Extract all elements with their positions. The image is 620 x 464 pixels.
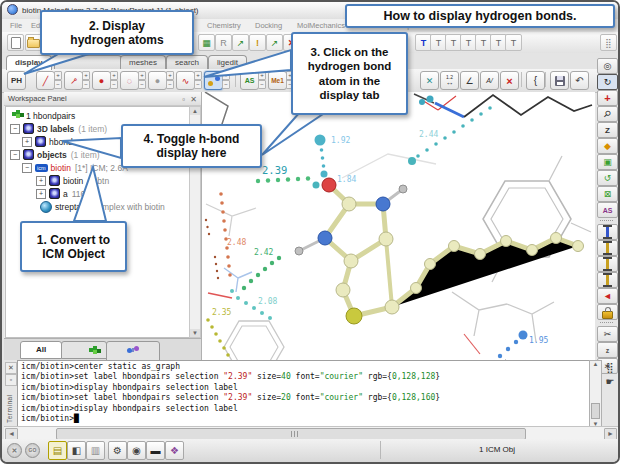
connect-button[interactable]: ↗ [232, 34, 249, 51]
water-atom[interactable] [419, 99, 425, 105]
close-terminal-button[interactable]: ✕ [5, 362, 17, 374]
tree-item-objects[interactable]: − objects (1 item) [10, 148, 100, 161]
increase-button[interactable]: + [110, 71, 118, 80]
decrease-button[interactable]: − [194, 80, 202, 89]
stick-display-button[interactable]: ⊸ [64, 71, 83, 90]
dot-surface-button[interactable]: ◌ [120, 71, 139, 90]
fog-button[interactable]: ◄ [597, 288, 618, 304]
increase-button[interactable]: + [258, 71, 266, 80]
alert-button[interactable]: ! [249, 34, 266, 51]
increase-button[interactable]: + [138, 71, 146, 80]
toolbar-overflow-button[interactable]: ⣿ [600, 34, 617, 51]
increase-button[interactable]: + [166, 71, 174, 80]
molecule-tools-button[interactable]: ❖ [165, 441, 184, 460]
table-button[interactable]: ▦ [198, 34, 215, 51]
clip-slab-button[interactable] [597, 256, 618, 272]
increase-button[interactable]: + [222, 71, 230, 80]
menu-molmechanics[interactable]: MolMechanics [297, 21, 345, 30]
menu-chemistry[interactable]: Chemistry [207, 21, 241, 30]
toggle-workspace-button[interactable]: ▤ [48, 441, 67, 460]
go-button[interactable]: GO [25, 443, 40, 458]
decrease-button[interactable]: − [166, 80, 174, 89]
stop-button[interactable]: ✕ [7, 443, 22, 458]
hbond-depth-7-button[interactable]: T [505, 34, 522, 51]
clip-reset-button[interactable] [597, 272, 618, 288]
tab-display[interactable]: display [6, 55, 52, 70]
atom-size-button[interactable]: AS [240, 71, 259, 90]
workspace-tab-all[interactable]: All [20, 341, 62, 359]
wire-display-button[interactable]: ╱ [36, 71, 55, 90]
translate-button[interactable]: + [597, 90, 618, 106]
lock-view-button[interactable] [597, 304, 618, 320]
stack-icon[interactable]: ⣿ [602, 362, 618, 373]
selection-brace-button[interactable]: { [526, 71, 545, 90]
water-atom[interactable] [427, 96, 434, 103]
increase-button[interactable]: + [194, 71, 202, 80]
rotate-z-button[interactable]: Z [597, 122, 618, 138]
terminal-output[interactable]: icm/biotin>center static as_graphicm/bio… [17, 360, 593, 428]
angle-button[interactable]: ∠ [460, 71, 479, 90]
decrease-button[interactable]: − [82, 80, 90, 89]
tree-item-streptavidin[interactable]: strepta complex with biotin [40, 200, 165, 213]
scroll-up-icon[interactable]: ▲ [590, 361, 601, 367]
terminal-scrollbar[interactable]: ▲ ▼ [589, 360, 602, 428]
sleep-button[interactable]: z [597, 342, 618, 358]
r-button[interactable]: R [215, 34, 232, 51]
new-file-button[interactable] [7, 34, 24, 51]
tree-item-hbondpairs[interactable]: 1 hbondpairs [10, 109, 75, 122]
workspace-tab-hbonds[interactable] [61, 341, 107, 359]
snapshot-button[interactable]: ◉ [127, 441, 146, 460]
collapse-icon[interactable]: − [10, 124, 20, 134]
scroll-down-icon[interactable]: ▼ [190, 329, 200, 337]
menu-docking[interactable]: Docking [255, 21, 282, 30]
distance-button[interactable]: 1.2↔ [440, 71, 459, 90]
tree-item-chain-a[interactable]: + a 116 [36, 187, 85, 200]
decrease-button[interactable]: − [258, 80, 266, 89]
center-view-button[interactable]: ◎ [597, 58, 618, 74]
decrease-button[interactable]: − [54, 80, 62, 89]
tree-item-hbond[interactable]: + hbond [22, 135, 73, 148]
ph-button[interactable]: PH [7, 71, 26, 90]
tab-unreadable[interactable] [54, 55, 122, 69]
atom-size-button[interactable]: AS [597, 202, 618, 218]
float-panel-button[interactable]: ▫ [182, 93, 185, 106]
hand-icon[interactable]: ☛ [602, 376, 618, 387]
movie-button[interactable]: ▬ [146, 441, 165, 460]
close-panel-button[interactable]: ✕ [190, 93, 197, 106]
terminal-tab[interactable]: Terminal [6, 394, 13, 423]
cut-tool-button[interactable]: ✂ [597, 326, 618, 342]
scrollbar-thumb[interactable] [591, 403, 600, 419]
toggle-tables-button[interactable]: ▥ [86, 441, 105, 460]
decrease-button[interactable]: − [138, 80, 146, 89]
connect2-button[interactable]: ↗ [266, 34, 283, 51]
clip-back-button[interactable] [597, 240, 618, 256]
delete-label-button[interactable]: × [500, 71, 519, 90]
tree-item-biotin-molecule[interactable]: + biotin btn [36, 174, 109, 187]
pin-terminal-button[interactable]: ▫ [5, 374, 17, 386]
window-layout-button[interactable]: ◧ [67, 441, 86, 460]
tab-search[interactable]: search [166, 55, 208, 69]
expand-icon[interactable]: + [22, 137, 32, 147]
zoom-button[interactable]: ⚲ [597, 106, 618, 122]
collapse-icon[interactable]: − [10, 150, 20, 160]
surface-display-button[interactable]: ● [148, 71, 167, 90]
expand-icon[interactable]: + [36, 189, 46, 199]
collapse-icon[interactable]: − [22, 163, 32, 173]
tree-item-3d-labels[interactable]: − 3D labels (1 item) [10, 122, 107, 135]
expand-icon[interactable]: + [36, 176, 46, 186]
preferences-button[interactable]: ⚙ [108, 441, 127, 460]
tab-meshes[interactable]: meshes [120, 55, 166, 69]
label-atom-button[interactable]: A/ [480, 71, 499, 90]
clip-front-button[interactable] [597, 224, 618, 240]
hbond-display-button[interactable] [204, 71, 223, 90]
clear-selection-button[interactable]: ⊠ [597, 186, 618, 202]
decrease-button[interactable]: − [110, 80, 118, 89]
increase-button[interactable]: + [54, 71, 62, 80]
increase-button[interactable]: + [82, 71, 90, 80]
scroll-up-icon[interactable]: ▲ [190, 107, 200, 115]
label-style-button[interactable]: Me1 [268, 71, 287, 90]
tree-item-biotin-object[interactable]: − icm biotin [1*] ICM; 2.6Å [22, 161, 128, 174]
restore-view-button[interactable]: ↺ [597, 170, 618, 186]
select-box-button[interactable]: ▣ [597, 154, 618, 170]
ribbon-display-button[interactable]: ∿ [176, 71, 195, 90]
